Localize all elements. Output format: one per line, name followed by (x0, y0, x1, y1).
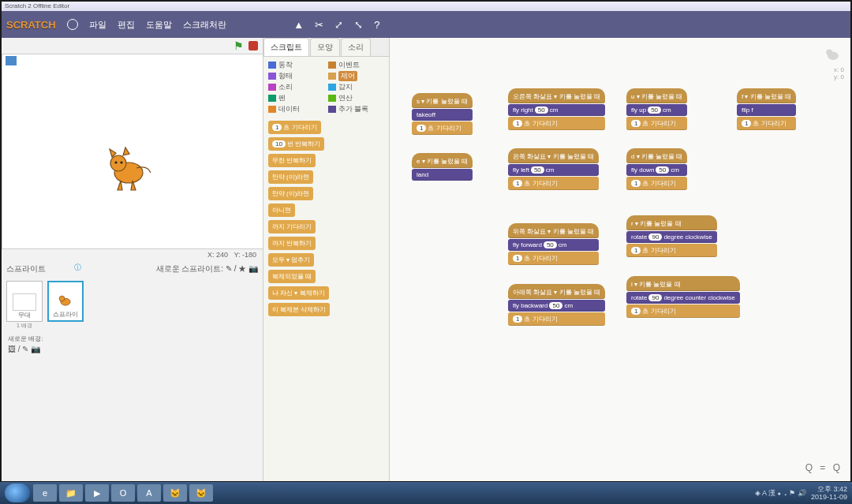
taskbar-app-3[interactable]: O (111, 484, 135, 502)
script-stack-1[interactable]: e ▾ 키를 눌렀을 때land (412, 153, 473, 181)
script-block[interactable]: 1초 기다리기 (737, 117, 796, 130)
category-control[interactable]: 제어 (328, 71, 385, 81)
sprite-thumb-1[interactable]: ⓘ 스프라이 (47, 281, 84, 322)
script-stack-3[interactable]: 왼쪽 화살표 ▾ 키를 눌렀을 때fly left50cm1초 기다리기 (508, 148, 599, 191)
script-block[interactable]: 왼쪽 화살표 ▾ 키를 눌렀을 때 (508, 148, 599, 163)
script-stack-7[interactable]: d ▾ 키를 눌렀을 때fly down50cm1초 기다리기 (626, 148, 687, 191)
script-block[interactable]: u ▾ 키를 눌렀을 때 (626, 88, 687, 103)
tray-icons[interactable]: ◈ A 漢 ⬥ ▴ ⚑ 🔊 (755, 488, 806, 498)
script-block[interactable]: 위쪽 화살표 ▾ 키를 눌렀을 때 (508, 223, 599, 238)
script-block[interactable]: f ▾ 키를 눌렀을 때 (737, 88, 796, 103)
taskbar-app-4[interactable]: A (137, 484, 161, 502)
stage[interactable] (2, 54, 263, 249)
script-block[interactable]: fly right50cm (508, 104, 605, 116)
script-stack-9[interactable]: l ▾ 키를 눌렀을 때rotate90degree counter clock… (626, 276, 740, 319)
palette-block-5[interactable]: 아니면 (268, 203, 295, 217)
palette-block-7[interactable]: 까지 반복하기 (268, 237, 316, 250)
fullscreen-icon[interactable] (6, 56, 17, 65)
script-block[interactable]: land (412, 169, 473, 181)
script-block[interactable]: 오른쪽 화살표 ▾ 키를 눌렀을 때 (508, 88, 605, 103)
tab-scripts[interactable]: 스크립트 (263, 38, 309, 56)
script-block[interactable]: 1초 기다리기 (508, 312, 605, 326)
script-block[interactable]: d ▾ 키를 눌렀을 때 (626, 148, 687, 163)
category-pen[interactable]: 펜 (268, 93, 325, 103)
script-area[interactable]: s ▾ 키를 눌렀을 때takeoff1초 기다리기e ▾ 키를 눌렀을 때la… (390, 38, 850, 481)
script-stack-0[interactable]: s ▾ 키를 눌렀을 때takeoff1초 기다리기 (412, 93, 473, 136)
category-motion[interactable]: 동작 (268, 60, 325, 70)
globe-icon[interactable] (67, 19, 78, 30)
palette-block-4[interactable]: 만약(이)라면 (268, 187, 313, 200)
script-block[interactable]: l ▾ 키를 눌렀을 때 (626, 276, 740, 291)
start-button[interactable] (5, 483, 30, 502)
help-icon[interactable]: ? (374, 19, 379, 31)
script-block[interactable]: 1초 기다리기 (412, 121, 473, 135)
palette-block-6[interactable]: 까지 기다리기 (268, 220, 316, 233)
palette-block-3[interactable]: 만약(이)라면 (268, 170, 313, 184)
category-more[interactable]: 추가 블록 (328, 104, 385, 114)
script-stack-2[interactable]: 오른쪽 화살표 ▾ 키를 눌렀을 때fly right50cm1초 기다리기 (508, 88, 605, 131)
script-block[interactable]: fly down50cm (626, 164, 687, 176)
script-block[interactable]: takeoff (412, 109, 473, 121)
palette-block-1[interactable]: 10번 반복하기 (268, 137, 324, 151)
script-block[interactable]: fly forward50cm (508, 239, 599, 251)
taskbar-app-5[interactable]: 🐱 (163, 484, 187, 502)
script-block[interactable]: flip f (737, 104, 796, 116)
script-block[interactable]: 1초 기다리기 (626, 304, 740, 318)
taskbar-app-2[interactable]: ▶ (85, 484, 109, 502)
shrink-icon[interactable]: ⤡ (354, 19, 363, 31)
script-block[interactable]: 1초 기다리기 (626, 177, 687, 190)
palette-block-2[interactable]: 무한 반복하기 (268, 154, 316, 167)
tab-costumes[interactable]: 모양 (310, 38, 340, 56)
category-sound[interactable]: 소리 (268, 82, 325, 92)
zoom-controls[interactable]: Q = Q (805, 462, 843, 473)
script-block[interactable]: fly backward50cm (508, 300, 605, 312)
script-block[interactable]: 1초 기다리기 (626, 117, 687, 130)
script-block[interactable]: 1초 기다리기 (508, 117, 605, 130)
palette-block-0[interactable]: 1초 기다리기 (268, 121, 321, 134)
script-stack-10[interactable]: f ▾ 키를 눌렀을 때flip f1초 기다리기 (737, 88, 796, 131)
script-stack-5[interactable]: 아래쪽 화살표 ▾ 키를 눌렀을 때fly backward50cm1초 기다리… (508, 284, 605, 327)
stage-thumb[interactable]: 무대 (6, 281, 43, 322)
menu-file[interactable]: 파일 (89, 19, 106, 31)
script-block[interactable]: rotate90degree counter clockwise (626, 292, 740, 304)
info-icon[interactable]: ⓘ (74, 263, 81, 273)
system-tray[interactable]: ◈ A 漢 ⬥ ▴ ⚑ 🔊 오후 3:422019-11-09 (755, 485, 847, 501)
script-block[interactable]: 아래쪽 화살표 ▾ 키를 눌렀을 때 (508, 284, 605, 299)
palette-block-8[interactable]: 모두 ▾ 멈추기 (268, 253, 314, 267)
script-block[interactable]: s ▾ 키를 눌렀을 때 (412, 93, 473, 108)
script-block[interactable]: 1초 기다리기 (508, 252, 599, 265)
stop-icon[interactable] (248, 41, 258, 50)
category-operators[interactable]: 연산 (328, 93, 385, 103)
script-block[interactable]: r ▾ 키를 눌렀을 때 (626, 215, 717, 230)
clock[interactable]: 오후 3:422019-11-09 (811, 485, 847, 501)
script-stack-8[interactable]: r ▾ 키를 눌렀을 때rotate90degree clockwise1초 기… (626, 215, 717, 258)
cut-icon[interactable]: ✂ (315, 19, 323, 31)
script-block[interactable]: rotate90degree clockwise (626, 231, 717, 243)
new-bg-icons[interactable]: 🖼 / ✎ 📷 (2, 345, 263, 353)
script-block[interactable]: fly left50cm (508, 164, 599, 176)
sprite-cat[interactable] (101, 141, 156, 196)
script-block[interactable]: 1초 기다리기 (626, 244, 717, 257)
taskbar-app-0[interactable]: e (33, 484, 57, 502)
palette-block-9[interactable]: 복제되었을 때 (268, 270, 316, 283)
tab-sounds[interactable]: 소리 (341, 38, 371, 56)
category-data[interactable]: 데이터 (268, 104, 325, 114)
stamp-icon[interactable]: ▲ (293, 19, 304, 31)
taskbar-app-1[interactable]: 📁 (59, 484, 83, 502)
palette-block-11[interactable]: 이 복제본 삭제하기 (268, 303, 330, 316)
script-block[interactable]: 1초 기다리기 (508, 177, 599, 190)
category-sensing[interactable]: 감지 (328, 82, 385, 92)
script-block[interactable]: fly up50cm (626, 104, 687, 116)
script-block[interactable]: e ▾ 키를 눌렀을 때 (412, 153, 473, 168)
menu-help[interactable]: 도움말 (146, 19, 172, 31)
palette-block-10[interactable]: 나 자신 ▾ 복제하기 (268, 286, 329, 300)
script-stack-4[interactable]: 위쪽 화살표 ▾ 키를 눌렀을 때fly forward50cm1초 기다리기 (508, 223, 599, 266)
taskbar-app-6[interactable]: 🐱 (189, 484, 213, 502)
green-flag-icon[interactable]: ⚑ (234, 39, 244, 52)
category-events[interactable]: 이벤트 (328, 60, 385, 70)
category-looks[interactable]: 형태 (268, 71, 325, 81)
menu-about[interactable]: 스크래처란 (183, 19, 226, 31)
menu-edit[interactable]: 편집 (118, 19, 135, 31)
grow-icon[interactable]: ⤢ (334, 19, 343, 31)
script-stack-6[interactable]: u ▾ 키를 눌렀을 때fly up50cm1초 기다리기 (626, 88, 687, 131)
